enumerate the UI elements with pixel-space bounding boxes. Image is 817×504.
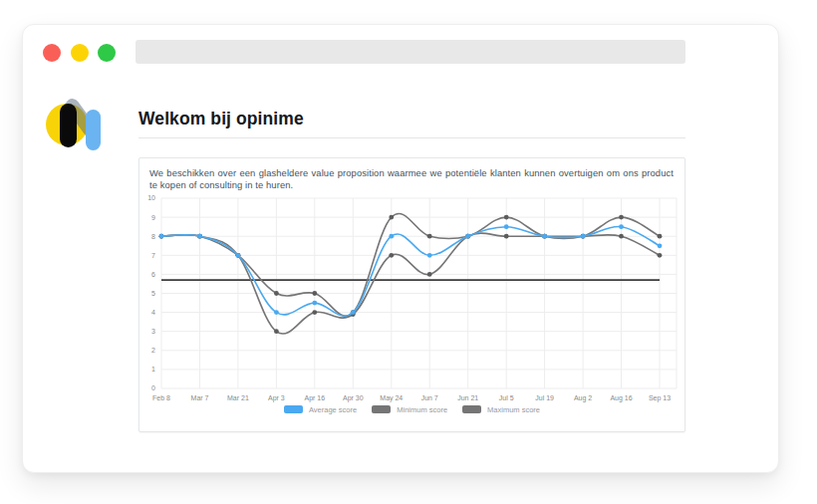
data-point	[427, 253, 432, 258]
data-point	[159, 234, 164, 239]
x-axis-tick-label: Apr 16	[304, 394, 325, 402]
x-axis-tick-label: Feb 8	[152, 394, 170, 401]
data-point	[197, 234, 202, 239]
x-axis-tick-label: Mar 21	[227, 394, 249, 401]
score-line-chart: 012345678910Feb 8Mar 7Mar 21Apr 3Apr 16A…	[139, 158, 686, 433]
x-axis-tick-label: Jul 5	[499, 394, 514, 401]
page-title: Welkom bij opinime	[138, 109, 304, 129]
legend-swatch-icon	[284, 405, 303, 413]
series-points-average-score	[159, 224, 663, 315]
logo-blue-pill-icon	[86, 110, 101, 150]
legend-item-minimum-score[interactable]: Minimum score	[372, 405, 447, 414]
y-axis-tick-label: 3	[151, 328, 155, 335]
browser-titlebar	[23, 25, 778, 79]
opinime-logo	[23, 25, 133, 154]
data-point	[504, 215, 509, 220]
address-bar[interactable]	[136, 40, 685, 64]
legend-item-maximum-score[interactable]: Maximum score	[462, 405, 540, 414]
data-point	[504, 224, 509, 229]
x-axis-tick-label: Sep 13	[649, 394, 671, 402]
legend-label: Average score	[309, 405, 357, 414]
x-axis-tick-label: May 24	[380, 394, 403, 402]
y-axis-tick-label: 8	[151, 233, 155, 240]
data-point	[236, 253, 241, 258]
browser-window: Welkom bij opinime We beschikken over ee…	[22, 24, 779, 473]
x-axis-tick-label: Aug 16	[610, 394, 632, 402]
data-point	[389, 215, 394, 220]
y-axis-tick-label: 1	[151, 366, 155, 373]
data-point	[658, 253, 663, 258]
y-axis-tick-label: 4	[151, 309, 155, 316]
series-line-maximum-score	[161, 213, 660, 316]
data-point	[351, 310, 356, 315]
series-points-minimum-score	[159, 234, 663, 334]
chart-legend: Average scoreMinimum scoreMaximum score	[139, 402, 684, 416]
data-point	[274, 329, 279, 334]
data-point	[427, 272, 432, 277]
x-axis-tick-label: Mar 7	[191, 394, 209, 401]
axis-tick-labels: 012345678910Feb 8Mar 7Mar 21Apr 3Apr 16A…	[147, 194, 671, 402]
legend-label: Maximum score	[487, 405, 540, 414]
data-point	[312, 301, 317, 306]
x-axis-tick-label: Apr 30	[343, 394, 364, 402]
data-point	[465, 234, 470, 239]
y-axis-tick-label: 5	[151, 290, 155, 297]
data-point	[389, 234, 394, 239]
data-point	[274, 310, 279, 315]
survey-result-card: We beschikken over een glasheldere value…	[138, 157, 685, 432]
logo-black-pill-icon	[60, 104, 77, 147]
legend-swatch-icon	[372, 405, 391, 413]
y-axis-tick-label: 9	[151, 214, 155, 221]
data-point	[619, 224, 624, 229]
data-point	[312, 291, 317, 296]
data-point	[658, 243, 663, 248]
data-point	[427, 234, 432, 239]
data-point	[504, 234, 509, 239]
y-axis-tick-label: 2	[151, 347, 155, 354]
series-line-minimum-score	[161, 233, 660, 334]
data-point	[619, 215, 624, 220]
x-axis-tick-label: Aug 2	[574, 394, 592, 402]
x-axis-tick-label: Jun 21	[457, 394, 478, 401]
y-axis-tick-label: 6	[151, 271, 155, 278]
y-axis-tick-label: 7	[151, 252, 155, 259]
data-point	[619, 234, 624, 239]
legend-swatch-icon	[462, 405, 481, 413]
data-point	[542, 234, 547, 239]
series-line-average-score	[161, 226, 660, 316]
legend-label: Minimum score	[397, 405, 447, 414]
data-point	[389, 253, 394, 258]
series-points-maximum-score	[159, 215, 663, 315]
data-point	[658, 234, 663, 239]
y-axis-tick-label: 0	[151, 384, 155, 391]
data-point	[274, 291, 279, 296]
legend-item-average-score[interactable]: Average score	[284, 405, 357, 414]
title-divider	[138, 137, 685, 138]
data-point	[581, 234, 586, 239]
x-axis-tick-label: Jun 7	[421, 394, 438, 401]
x-axis-tick-label: Apr 3	[268, 394, 285, 402]
x-axis-tick-label: Jul 19	[535, 394, 554, 401]
y-axis-tick-label: 10	[147, 194, 155, 201]
data-point	[312, 310, 317, 315]
